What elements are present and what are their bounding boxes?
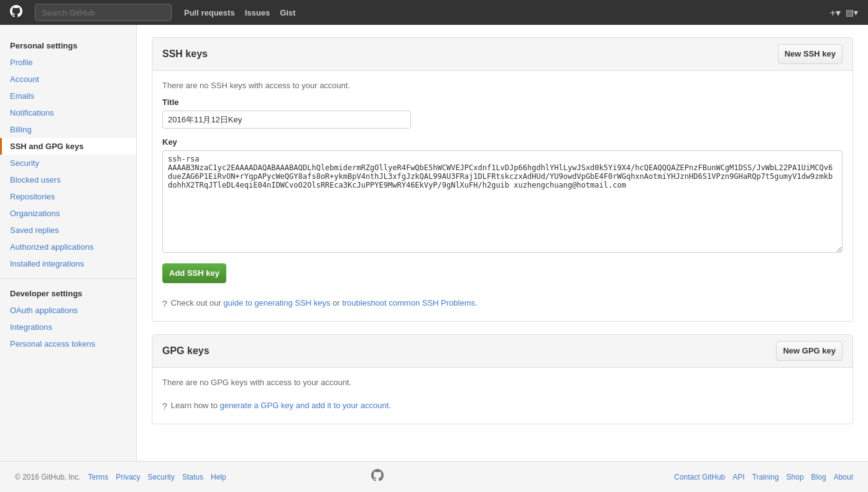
sidebar-item-orgs[interactable]: Organizations	[0, 205, 136, 222]
sidebar-item-security[interactable]: Security	[0, 155, 136, 171]
ssh-keys-title: SSH keys	[162, 48, 208, 60]
gist-link[interactable]: Gist	[280, 8, 295, 17]
main-content: SSH keys New SSH key There are no SSH ke…	[137, 25, 868, 461]
footer-shop-link[interactable]: Shop	[787, 473, 804, 481]
sidebar-item-installed-integrations[interactable]: Installed integrations	[0, 255, 136, 272]
sidebar-item-emails[interactable]: Emails	[0, 88, 136, 104]
ssh-guide-link[interactable]: guide to generating SSH keys	[223, 298, 330, 308]
sidebar-item-profile[interactable]: Profile	[0, 54, 136, 71]
new-gpg-key-button[interactable]: New GPG key	[776, 341, 843, 361]
footer-api-link[interactable]: API	[732, 473, 744, 481]
ssh-keys-header: SSH keys New SSH key	[152, 38, 852, 71]
footer-status-link[interactable]: Status	[182, 473, 203, 481]
search-input[interactable]	[35, 4, 172, 21]
key-group: Key ssh-rsa AAAAB3NzaC1yc2EAAAADAQABAAAB…	[162, 137, 843, 255]
sidebar-item-ssh-gpg[interactable]: SSH and GPG keys	[0, 138, 136, 155]
footer-right: Contact GitHub API Training Shop Blog Ab…	[674, 473, 853, 481]
add-ssh-key-button[interactable]: Add SSH key	[162, 263, 226, 283]
footer: © 2016 GitHub, Inc. Terms Privacy Securi…	[0, 461, 868, 492]
key-textarea[interactable]: ssh-rsa AAAAB3NzaC1yc2EAAAADAQABAAABAQDL…	[162, 150, 843, 253]
pull-requests-link[interactable]: Pull requests	[184, 8, 235, 17]
gpg-keys-title: GPG keys	[162, 345, 210, 357]
sidebar: Personal settings Profile Account Emails…	[0, 25, 137, 461]
sidebar-item-notifications[interactable]: Notifications	[0, 104, 136, 121]
gpg-empty-message: There are no GPG keys with access to you…	[162, 378, 843, 387]
title-group: Title	[162, 98, 843, 129]
footer-privacy-link[interactable]: Privacy	[116, 473, 140, 481]
new-ssh-key-button[interactable]: New SSH key	[778, 44, 843, 64]
developer-settings-title: Developer settings	[0, 285, 136, 302]
gpg-help-row: ? Learn how to generate a GPG key and ad…	[162, 394, 843, 414]
sidebar-item-auth-apps[interactable]: Authorized applications	[0, 239, 136, 255]
topnav-right: +▾ ▤▾	[830, 7, 858, 19]
plus-icon[interactable]: +▾	[830, 7, 841, 19]
ssh-keys-body: There are no SSH keys with access to you…	[152, 71, 852, 321]
footer-contact-link[interactable]: Contact GitHub	[674, 473, 725, 481]
gpg-guide-link[interactable]: generate a GPG key and add it to your ac…	[220, 401, 389, 410]
ssh-empty-message: There are no SSH keys with access to you…	[162, 81, 843, 90]
footer-training-link[interactable]: Training	[752, 473, 779, 481]
title-label: Title	[162, 98, 843, 107]
footer-blog-link[interactable]: Blog	[811, 473, 826, 481]
footer-logo	[371, 469, 384, 485]
sidebar-item-repos[interactable]: Repositories	[0, 188, 136, 205]
footer-security-link[interactable]: Security	[148, 473, 175, 481]
personal-settings-title: Personal settings	[0, 37, 136, 54]
topnav-links: Pull requests Issues Gist	[184, 8, 295, 17]
sidebar-item-integrations[interactable]: Integrations	[0, 319, 136, 335]
sidebar-item-account[interactable]: Account	[0, 71, 136, 88]
github-logo	[10, 5, 22, 20]
gpg-help-text: Learn how to generate a GPG key and add …	[171, 401, 391, 410]
topnav: Pull requests Issues Gist +▾ ▤▾	[0, 0, 868, 25]
footer-help-link[interactable]: Help	[211, 473, 226, 481]
gpg-help-icon: ?	[162, 401, 167, 411]
title-input[interactable]	[162, 111, 411, 129]
sidebar-item-blocked[interactable]: Blocked users	[0, 171, 136, 188]
sidebar-item-billing[interactable]: Billing	[0, 121, 136, 138]
help-icon: ?	[162, 299, 167, 309]
copyright: © 2016 GitHub, Inc.	[15, 473, 81, 481]
gpg-keys-section: GPG keys New GPG key There are no GPG ke…	[152, 334, 853, 424]
gpg-keys-body: There are no GPG keys with access to you…	[152, 368, 852, 424]
user-menu-icon[interactable]: ▤▾	[846, 7, 858, 17]
sidebar-divider	[0, 278, 136, 279]
footer-terms-link[interactable]: Terms	[88, 473, 109, 481]
page-wrapper: Personal settings Profile Account Emails…	[0, 25, 868, 461]
gpg-keys-header: GPG keys New GPG key	[152, 335, 852, 368]
sidebar-item-tokens[interactable]: Personal access tokens	[0, 335, 136, 352]
footer-left: © 2016 GitHub, Inc. Terms Privacy Securi…	[15, 473, 226, 481]
key-label: Key	[162, 137, 843, 147]
ssh-help-text: Check out our guide to generating SSH ke…	[171, 298, 478, 308]
issues-link[interactable]: Issues	[245, 8, 270, 17]
ssh-keys-section: SSH keys New SSH key There are no SSH ke…	[152, 37, 853, 322]
ssh-troubleshoot-link[interactable]: troubleshoot common SSH Problems	[342, 298, 475, 308]
ssh-help-row: ? Check out our guide to generating SSH …	[162, 292, 843, 311]
sidebar-item-saved-replies[interactable]: Saved replies	[0, 222, 136, 239]
sidebar-item-oauth-apps[interactable]: OAuth applications	[0, 302, 136, 319]
footer-about-link[interactable]: About	[834, 473, 853, 481]
